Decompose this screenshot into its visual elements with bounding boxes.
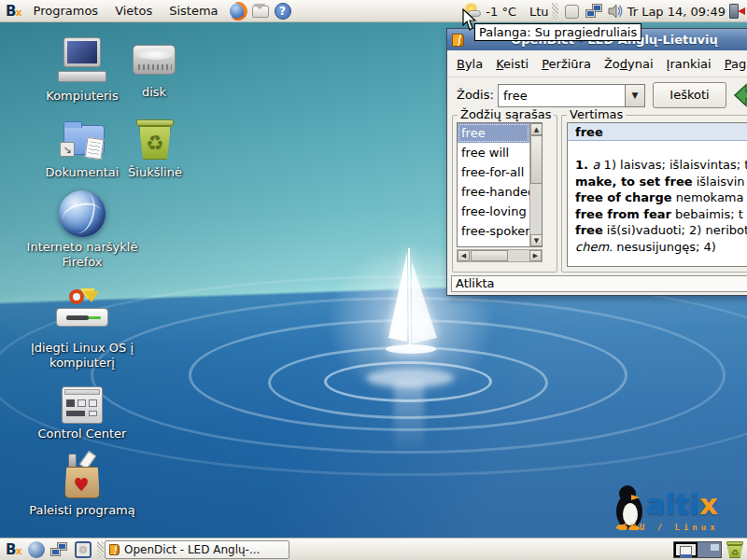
desktop-icon-label: Įdiegti Linux OS į kompiuterį: [12, 341, 152, 371]
translation-line: free iš(si)vaduoti; 2) neribot: [575, 222, 747, 239]
horizontal-scrollbar[interactable]: ◀ ▶: [457, 249, 543, 262]
scrollbar-thumb[interactable]: [471, 250, 508, 261]
word-list-item[interactable]: free-spoken: [458, 221, 529, 241]
control-center-icon: [62, 386, 103, 424]
bottom-panel: Bx OpenDict - LED Anglų-... ♻: [0, 538, 747, 560]
translation-line: make, to set free išlaisvin: [575, 174, 747, 190]
word-listbox[interactable]: freefree willfree-for-allfree-handedfree…: [457, 122, 543, 247]
computer-icon: [58, 37, 106, 86]
opendict-window: OpenDict - LED Anglų-Lietuvių BylaKeisti…: [446, 28, 747, 296]
tray-square-icon[interactable]: [565, 5, 579, 19]
mail-launcher-icon[interactable]: [252, 6, 269, 18]
desktop-icon-trash[interactable]: ♻ Šiukšlinė: [114, 118, 196, 180]
opendict-book-icon: [109, 544, 120, 555]
trash-applet-icon[interactable]: ♻: [726, 540, 744, 559]
applet-drag-handle[interactable]: [552, 3, 558, 20]
translation-textarea[interactable]: free 1. a 1) laisvas; išlaisvintas; tmak…: [567, 122, 747, 267]
boat-reflection: [394, 381, 424, 455]
wordlist-frame: Žodžių sąrašas freefree willfree-for-all…: [452, 115, 557, 273]
clock[interactable]: Tr Lap 14, 09:49: [627, 5, 726, 19]
help-launcher-icon[interactable]: ?: [275, 3, 291, 20]
menu-programos[interactable]: Programos: [25, 0, 107, 22]
top-panel-left: Bx Programos Vietos Sistema ?: [2, 0, 294, 22]
back-arrow-icon[interactable]: [733, 83, 747, 107]
keyboard-layout-indicator[interactable]: Ltu: [529, 5, 549, 19]
desktop-screen: altix GNU / Linux Kompiuteris disk ↘ Dok…: [0, 0, 747, 560]
top-panel-right: -1 °C Ltu Tr Lap 14, 09:49: [461, 0, 745, 22]
menu-vietos[interactable]: Vietos: [106, 0, 161, 22]
window-menubar: BylaKeistiPeržiūraŽodynaiĮrankiaiPagalba: [447, 50, 747, 77]
baltix-wordmark: altix: [646, 487, 718, 521]
vertical-scrollbar[interactable]: ▲ ▼: [529, 123, 542, 246]
desktop-icon-run-program[interactable]: ♥ Paleisti programą: [17, 452, 148, 518]
sailboat: [368, 245, 454, 375]
window-menu-item-1[interactable]: Keisti: [489, 50, 535, 77]
word-list-item[interactable]: free: [458, 123, 529, 143]
opendict-book-icon: [452, 34, 464, 47]
mouse-cursor: [461, 8, 480, 33]
scrollbar-thumb[interactable]: [530, 135, 543, 184]
trash-bin-icon: ♻: [134, 118, 176, 162]
translation-frame: Vertimas free 1. a 1) laisvas; išlaisvin…: [561, 115, 747, 273]
globe-launcher-icon[interactable]: [28, 541, 45, 558]
volume-icon[interactable]: [607, 3, 624, 20]
firefox-launcher-icon[interactable]: [230, 3, 247, 20]
word-list-item[interactable]: free will: [458, 143, 529, 162]
scroll-up-icon[interactable]: ▲: [530, 123, 543, 135]
word-combobox[interactable]: free ▼: [498, 84, 645, 107]
window-menu-item-4[interactable]: Įrankiai: [660, 50, 718, 77]
translation-line: free of charge nemokama: [575, 189, 747, 206]
desktop-icon-control-center[interactable]: Control Center: [26, 386, 138, 441]
word-list: freefree willfree-for-allfree-handedfree…: [458, 123, 529, 241]
weather-tooltip: Palanga: Su pragiedruliais: [474, 23, 641, 41]
baltix-logo: altix GNU / Linux: [609, 483, 747, 536]
wordlist-frame-title: Žodžių sąrašas: [458, 107, 554, 122]
desktop-icon-label: Control Center: [26, 427, 138, 441]
desktop-icon-install-linux[interactable]: Įdiegti Linux OS į kompiuterį: [12, 289, 152, 371]
baltix-gnu-linux-label: GNU / Linux: [622, 523, 719, 532]
screens-launcher-icon[interactable]: [50, 541, 69, 558]
taskbar-drag-handle[interactable]: [97, 541, 104, 558]
workspace-1-active[interactable]: [674, 542, 698, 557]
word-list-item[interactable]: free-handed: [458, 182, 529, 202]
taskbar-task-label: OpenDict - LED Anglų-...: [124, 543, 260, 556]
desktop-icon-firefox[interactable]: Interneto naršyklė Firefox: [17, 190, 148, 271]
window-statusbar: Atlikta: [451, 275, 747, 292]
disk-icon: [133, 39, 176, 82]
translation-headword: free: [568, 123, 747, 141]
top-panel: Bx Programos Vietos Sistema ? -1 °C Ltu …: [0, 0, 747, 22]
globe-browser-icon: [59, 190, 106, 237]
translation-body: 1. a 1) laisvas; išlaisvintas; tmake, to…: [568, 141, 747, 255]
show-desktop-icon[interactable]: [75, 541, 92, 558]
run-program-icon: ♥: [61, 452, 104, 500]
documents-folder-icon: ↘: [58, 118, 106, 162]
workspace-2[interactable]: [698, 542, 721, 557]
desktop-icon-label: Interneto naršyklė Firefox: [17, 240, 148, 271]
scroll-down-icon[interactable]: ▼: [530, 234, 543, 246]
translation-line: free from fear bebaimis; t: [575, 206, 747, 223]
search-button[interactable]: Ieškoti: [653, 82, 726, 108]
word-list-item[interactable]: free-loving: [458, 202, 529, 221]
desktop-icon-label: disk: [117, 85, 191, 100]
bottom-panel-left: Bx: [2, 539, 106, 560]
desktop-icon-label: Šiukšlinė: [114, 165, 196, 180]
weather-temperature[interactable]: -1 °C: [486, 5, 516, 19]
baltix-menu-icon[interactable]: Bx: [2, 3, 25, 20]
network-monitors-icon[interactable]: [585, 3, 604, 20]
scroll-left-icon[interactable]: ◀: [458, 250, 470, 261]
window-menu-item-3[interactable]: Žodynai: [598, 50, 660, 77]
workspace-switcher[interactable]: [673, 541, 722, 558]
taskbar-task-opendict[interactable]: OpenDict - LED Anglų-...: [105, 540, 289, 559]
desktop-icon-label: Paleisti programą: [17, 503, 148, 518]
window-menu-item-5[interactable]: Pagalba: [718, 50, 747, 77]
scroll-right-icon[interactable]: ▶: [529, 250, 542, 261]
menu-sistema[interactable]: Sistema: [161, 0, 226, 22]
combobox-dropdown-button[interactable]: ▼: [625, 85, 644, 106]
baltix-window-selector-icon[interactable]: Bx: [2, 541, 25, 558]
desktop-icon-disk[interactable]: disk: [117, 39, 191, 100]
word-list-item[interactable]: free-for-all: [458, 162, 529, 182]
translation-frame-title: Vertimas: [567, 107, 626, 122]
logout-icon[interactable]: [729, 3, 745, 20]
window-menu-item-0[interactable]: Byla: [450, 50, 489, 77]
window-menu-item-2[interactable]: Peržiūra: [535, 50, 598, 77]
